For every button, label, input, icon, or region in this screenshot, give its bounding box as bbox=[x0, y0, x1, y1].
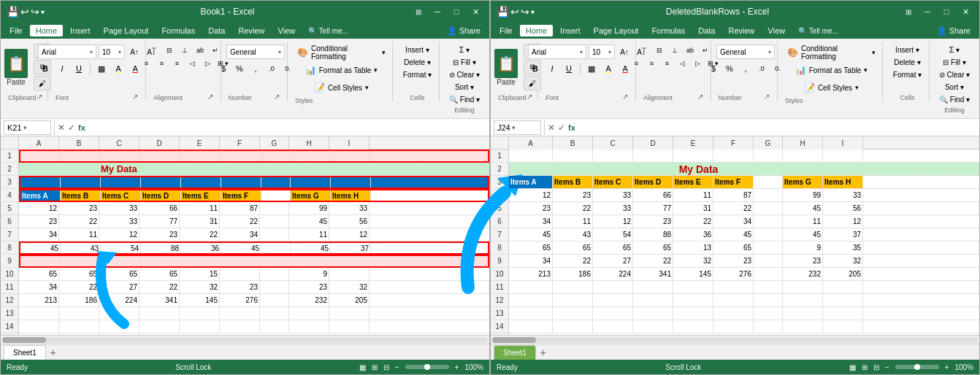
quick-access-toolbar-2[interactable]: 💾 ↩ ↪ ▾ bbox=[497, 6, 535, 18]
borders-btn-2[interactable]: ▦ bbox=[584, 61, 599, 76]
cell-7a-2[interactable]: 45 bbox=[509, 228, 553, 241]
cell-6c-1[interactable]: 33 bbox=[99, 215, 139, 228]
cell-6d-2[interactable]: 23 bbox=[633, 215, 673, 228]
cell-3g-2[interactable] bbox=[754, 176, 783, 188]
cell-4c-1[interactable]: Items C bbox=[101, 190, 141, 201]
cell-5a-1[interactable]: 12 bbox=[19, 202, 59, 214]
cell-7d-1[interactable]: 23 bbox=[139, 228, 180, 241]
col-header-a-2[interactable]: A bbox=[509, 136, 553, 150]
cell-14b-2[interactable] bbox=[553, 320, 593, 333]
cell-6g-1[interactable] bbox=[260, 215, 289, 228]
currency-btn-2[interactable]: $ bbox=[706, 61, 721, 76]
cell-6a-1[interactable]: 23 bbox=[19, 215, 59, 228]
col-header-b-2[interactable]: B bbox=[553, 136, 593, 150]
cell-7h-1[interactable]: 11 bbox=[289, 228, 329, 241]
row-num-4-1[interactable]: 4 bbox=[1, 189, 18, 202]
number-format-box-1[interactable]: General ▾ bbox=[226, 45, 285, 59]
cell-2e-1[interactable] bbox=[227, 163, 267, 175]
cell-1a-1[interactable] bbox=[20, 151, 61, 161]
cell-5i-2[interactable]: 56 bbox=[823, 202, 863, 214]
currency-btn-1[interactable]: $ bbox=[216, 61, 231, 76]
paste-btn-1[interactable]: 📋 Paste bbox=[0, 45, 32, 89]
col-header-h-1[interactable]: H bbox=[289, 136, 329, 150]
fill-color-btn-2[interactable]: A bbox=[601, 61, 616, 76]
view-layout-icon-1[interactable]: ⊞ bbox=[372, 363, 378, 371]
cell-1b-1[interactable] bbox=[61, 151, 101, 161]
formula-input-1[interactable] bbox=[88, 120, 486, 135]
cell-1e-1[interactable] bbox=[181, 151, 221, 161]
cell-1d-1[interactable] bbox=[141, 151, 181, 161]
col-header-h-2[interactable]: H bbox=[783, 136, 823, 150]
cell-11c-2[interactable] bbox=[593, 281, 633, 293]
cell-14c-2[interactable] bbox=[593, 320, 633, 333]
cell-12h-1[interactable]: 232 bbox=[289, 294, 329, 306]
cell-11a-1[interactable]: 34 bbox=[19, 281, 59, 293]
cell-12c-1[interactable]: 224 bbox=[99, 294, 139, 306]
minimize-btn-1[interactable]: ─ bbox=[429, 4, 445, 20]
cell-1d-2[interactable] bbox=[633, 150, 673, 162]
cell-13f-1[interactable] bbox=[220, 307, 260, 320]
restore-down-btn-1[interactable]: ⊞ bbox=[410, 4, 426, 20]
menu-formulas-2[interactable]: Formulas bbox=[646, 25, 691, 36]
cell-3b-1[interactable] bbox=[61, 177, 101, 188]
cell-6h-1[interactable]: 45 bbox=[289, 215, 329, 228]
cell-14a-1[interactable] bbox=[19, 320, 59, 333]
cell-11i-1[interactable]: 32 bbox=[329, 281, 370, 293]
format-table-btn-2[interactable]: 📊 Format as Table ▾ bbox=[793, 62, 870, 78]
minimize-btn-2[interactable]: ─ bbox=[919, 4, 935, 20]
col-header-c-2[interactable]: C bbox=[593, 136, 633, 150]
cell-8d-2[interactable]: 65 bbox=[633, 241, 673, 254]
cell-3a-2[interactable]: Items A bbox=[509, 176, 553, 188]
cell-10a-1[interactable]: 65 bbox=[19, 268, 59, 280]
menu-review-2[interactable]: Review bbox=[722, 25, 760, 36]
cell-4d-2[interactable]: 66 bbox=[633, 189, 673, 201]
row-num-14-2[interactable]: 14 bbox=[491, 320, 508, 333]
col-header-g-2[interactable]: G bbox=[754, 136, 783, 150]
menu-view-1[interactable]: View bbox=[272, 25, 302, 36]
increase-decimal-btn-2[interactable]: .0 bbox=[754, 61, 769, 76]
row-num-6-1[interactable]: 6 bbox=[1, 215, 18, 228]
indent-decrease-btn-2[interactable]: ◁ bbox=[675, 58, 689, 69]
cell-4b-1[interactable]: Items B bbox=[61, 190, 101, 201]
cell-styles-btn-2[interactable]: 📝 Cell Styles ▾ bbox=[802, 80, 861, 96]
cell-14d-1[interactable] bbox=[139, 320, 180, 333]
cell-13g-1[interactable] bbox=[260, 307, 289, 320]
cell-12e-2[interactable] bbox=[673, 294, 713, 306]
row-num-14-1[interactable]: 14 bbox=[1, 320, 18, 333]
col-header-c-1[interactable]: C bbox=[99, 136, 139, 150]
cell-8d-1[interactable]: 88 bbox=[141, 243, 181, 253]
sort-btn-2[interactable]: Sort ▾ bbox=[942, 82, 967, 93]
cell-14g-1[interactable] bbox=[260, 320, 289, 333]
format-btn-1[interactable]: Format ▾ bbox=[400, 69, 435, 80]
fill-btn-1[interactable]: ⊟ Fill ▾ bbox=[450, 57, 478, 68]
col-header-d-1[interactable]: D bbox=[139, 136, 180, 150]
cell-2c-1[interactable]: My Data bbox=[99, 163, 187, 175]
align-middle-btn-2[interactable]: ⊟ bbox=[652, 45, 667, 56]
fill-color-btn-1[interactable]: A bbox=[111, 61, 126, 76]
menu-tellme-1[interactable]: 🔍 Tell me... bbox=[302, 26, 354, 36]
menu-data-1[interactable]: Data bbox=[202, 25, 231, 36]
redo-icon-1[interactable]: ↪ bbox=[31, 6, 39, 18]
align-top-btn-2[interactable]: ⊤ bbox=[637, 45, 651, 56]
confirm-formula-2[interactable]: ✓ bbox=[558, 123, 565, 133]
cell-11c-1[interactable]: 27 bbox=[99, 281, 139, 293]
cell-11a-2[interactable] bbox=[509, 281, 553, 293]
menu-formulas-1[interactable]: Formulas bbox=[156, 25, 201, 36]
cell-2h-2[interactable] bbox=[874, 163, 914, 175]
text-direction-btn-2[interactable]: ab bbox=[683, 45, 697, 56]
insert-function-1[interactable]: fx bbox=[78, 123, 85, 132]
cell-7f-2[interactable]: 45 bbox=[713, 228, 754, 241]
cell-12d-1[interactable]: 341 bbox=[139, 294, 180, 306]
menu-data-2[interactable]: Data bbox=[692, 25, 721, 36]
cell-5g-2[interactable] bbox=[754, 202, 783, 214]
cell-12g-1[interactable] bbox=[260, 294, 289, 306]
cell-9b-2[interactable]: 22 bbox=[553, 255, 593, 267]
maximize-btn-2[interactable]: □ bbox=[938, 4, 954, 20]
clipboard-launcher-2[interactable]: ↗ bbox=[527, 93, 534, 101]
cell-10c-1[interactable]: 65 bbox=[99, 268, 139, 280]
menu-share-1[interactable]: 👤 Share bbox=[441, 25, 486, 37]
cell-3b-2[interactable]: Items B bbox=[553, 176, 593, 188]
clear-btn-1[interactable]: ⊘ Clear ▾ bbox=[446, 69, 483, 80]
cell-13c-2[interactable] bbox=[593, 307, 633, 320]
cell-11e-2[interactable] bbox=[673, 281, 713, 293]
